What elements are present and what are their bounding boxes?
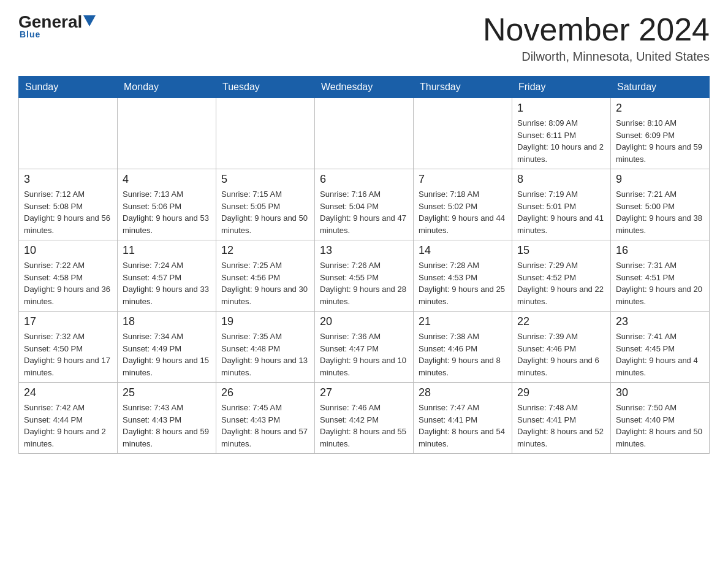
day-number: 19 bbox=[221, 315, 309, 328]
calendar-cell: 25Sunrise: 7:43 AM Sunset: 4:43 PM Dayli… bbox=[118, 383, 216, 454]
day-info: Sunrise: 7:25 AM Sunset: 4:56 PM Dayligh… bbox=[221, 259, 309, 307]
calendar-week-row: 17Sunrise: 7:32 AM Sunset: 4:50 PM Dayli… bbox=[19, 312, 710, 383]
day-number: 6 bbox=[320, 173, 408, 186]
day-info: Sunrise: 7:36 AM Sunset: 4:47 PM Dayligh… bbox=[320, 331, 408, 378]
day-info: Sunrise: 7:43 AM Sunset: 4:43 PM Dayligh… bbox=[123, 402, 211, 450]
day-of-week-header: Friday bbox=[512, 77, 611, 98]
day-of-week-header: Tuesday bbox=[216, 77, 315, 98]
day-info: Sunrise: 7:48 AM Sunset: 4:41 PM Dayligh… bbox=[517, 402, 605, 450]
day-number: 16 bbox=[616, 244, 704, 257]
day-number: 21 bbox=[419, 315, 507, 328]
day-info: Sunrise: 7:31 AM Sunset: 4:51 PM Dayligh… bbox=[616, 259, 704, 307]
calendar-week-row: 3Sunrise: 7:12 AM Sunset: 5:08 PM Daylig… bbox=[19, 169, 710, 240]
calendar-cell: 11Sunrise: 7:24 AM Sunset: 4:57 PM Dayli… bbox=[118, 240, 216, 312]
calendar-cell: 10Sunrise: 7:22 AM Sunset: 4:58 PM Dayli… bbox=[19, 240, 118, 312]
day-number: 28 bbox=[419, 386, 507, 399]
calendar-cell: 26Sunrise: 7:45 AM Sunset: 4:43 PM Dayli… bbox=[216, 383, 315, 454]
calendar-cell: 13Sunrise: 7:26 AM Sunset: 4:55 PM Dayli… bbox=[315, 240, 414, 312]
calendar-cell: 23Sunrise: 7:41 AM Sunset: 4:45 PM Dayli… bbox=[611, 312, 710, 383]
calendar-cell bbox=[118, 98, 216, 169]
day-number: 18 bbox=[123, 315, 211, 328]
day-number: 11 bbox=[123, 244, 211, 257]
day-number: 23 bbox=[616, 315, 704, 328]
title-area: November 2024 Dilworth, Minnesota, Unite… bbox=[483, 12, 710, 64]
day-number: 17 bbox=[24, 315, 112, 328]
day-number: 29 bbox=[517, 386, 605, 399]
day-info: Sunrise: 7:29 AM Sunset: 4:52 PM Dayligh… bbox=[517, 259, 605, 307]
day-info: Sunrise: 7:39 AM Sunset: 4:46 PM Dayligh… bbox=[517, 331, 605, 378]
day-info: Sunrise: 7:32 AM Sunset: 4:50 PM Dayligh… bbox=[24, 331, 112, 378]
calendar-cell: 2Sunrise: 8:10 AM Sunset: 6:09 PM Daylig… bbox=[611, 98, 710, 169]
day-info: Sunrise: 7:41 AM Sunset: 4:45 PM Dayligh… bbox=[616, 331, 704, 378]
logo-area: General Blue bbox=[18, 12, 96, 39]
day-number: 20 bbox=[320, 315, 408, 328]
calendar-cell: 27Sunrise: 7:46 AM Sunset: 4:42 PM Dayli… bbox=[315, 383, 414, 454]
day-number: 8 bbox=[517, 173, 605, 186]
calendar-cell: 12Sunrise: 7:25 AM Sunset: 4:56 PM Dayli… bbox=[216, 240, 315, 312]
calendar-cell: 1Sunrise: 8:09 AM Sunset: 6:11 PM Daylig… bbox=[512, 98, 611, 169]
calendar-cell: 20Sunrise: 7:36 AM Sunset: 4:47 PM Dayli… bbox=[315, 312, 414, 383]
day-of-week-header: Wednesday bbox=[315, 77, 414, 98]
day-number: 22 bbox=[517, 315, 605, 328]
day-info: Sunrise: 7:12 AM Sunset: 5:08 PM Dayligh… bbox=[24, 188, 112, 236]
calendar-week-row: 10Sunrise: 7:22 AM Sunset: 4:58 PM Dayli… bbox=[19, 240, 710, 312]
day-number: 13 bbox=[320, 244, 408, 257]
calendar-cell: 5Sunrise: 7:15 AM Sunset: 5:05 PM Daylig… bbox=[216, 169, 315, 240]
day-number: 25 bbox=[123, 386, 211, 399]
day-info: Sunrise: 8:10 AM Sunset: 6:09 PM Dayligh… bbox=[616, 117, 704, 165]
calendar-cell bbox=[315, 98, 414, 169]
calendar-cell: 4Sunrise: 7:13 AM Sunset: 5:06 PM Daylig… bbox=[118, 169, 216, 240]
day-info: Sunrise: 7:26 AM Sunset: 4:55 PM Dayligh… bbox=[320, 259, 408, 307]
calendar-cell: 29Sunrise: 7:48 AM Sunset: 4:41 PM Dayli… bbox=[512, 383, 611, 454]
calendar-cell: 7Sunrise: 7:18 AM Sunset: 5:02 PM Daylig… bbox=[414, 169, 512, 240]
location-title: Dilworth, Minnesota, United States bbox=[483, 50, 710, 64]
day-number: 27 bbox=[320, 386, 408, 399]
day-number: 24 bbox=[24, 386, 112, 399]
day-info: Sunrise: 7:45 AM Sunset: 4:43 PM Dayligh… bbox=[221, 402, 309, 450]
calendar-header-row: SundayMondayTuesdayWednesdayThursdayFrid… bbox=[19, 77, 710, 98]
day-info: Sunrise: 7:22 AM Sunset: 4:58 PM Dayligh… bbox=[24, 259, 112, 307]
calendar-cell bbox=[19, 98, 118, 169]
day-info: Sunrise: 7:21 AM Sunset: 5:00 PM Dayligh… bbox=[616, 188, 704, 236]
calendar-cell bbox=[216, 98, 315, 169]
day-number: 30 bbox=[616, 386, 704, 399]
day-number: 9 bbox=[616, 173, 704, 186]
day-info: Sunrise: 7:18 AM Sunset: 5:02 PM Dayligh… bbox=[419, 188, 507, 236]
day-info: Sunrise: 7:34 AM Sunset: 4:49 PM Dayligh… bbox=[123, 331, 211, 378]
day-info: Sunrise: 7:28 AM Sunset: 4:53 PM Dayligh… bbox=[419, 259, 507, 307]
day-number: 1 bbox=[517, 102, 605, 115]
day-info: Sunrise: 7:47 AM Sunset: 4:41 PM Dayligh… bbox=[419, 402, 507, 450]
day-info: Sunrise: 7:24 AM Sunset: 4:57 PM Dayligh… bbox=[123, 259, 211, 307]
calendar-cell: 16Sunrise: 7:31 AM Sunset: 4:51 PM Dayli… bbox=[611, 240, 710, 312]
calendar-week-row: 24Sunrise: 7:42 AM Sunset: 4:44 PM Dayli… bbox=[19, 383, 710, 454]
calendar-cell: 28Sunrise: 7:47 AM Sunset: 4:41 PM Dayli… bbox=[414, 383, 512, 454]
calendar-cell bbox=[414, 98, 512, 169]
calendar-cell: 8Sunrise: 7:19 AM Sunset: 5:01 PM Daylig… bbox=[512, 169, 611, 240]
day-number: 7 bbox=[419, 173, 507, 186]
day-number: 10 bbox=[24, 244, 112, 257]
day-info: Sunrise: 8:09 AM Sunset: 6:11 PM Dayligh… bbox=[517, 117, 605, 165]
day-info: Sunrise: 7:42 AM Sunset: 4:44 PM Dayligh… bbox=[24, 402, 112, 450]
calendar-cell: 3Sunrise: 7:12 AM Sunset: 5:08 PM Daylig… bbox=[19, 169, 118, 240]
day-info: Sunrise: 7:15 AM Sunset: 5:05 PM Dayligh… bbox=[221, 188, 309, 236]
day-info: Sunrise: 7:38 AM Sunset: 4:46 PM Dayligh… bbox=[419, 331, 507, 378]
calendar-cell: 15Sunrise: 7:29 AM Sunset: 4:52 PM Dayli… bbox=[512, 240, 611, 312]
calendar-week-row: 1Sunrise: 8:09 AM Sunset: 6:11 PM Daylig… bbox=[19, 98, 710, 169]
day-info: Sunrise: 7:19 AM Sunset: 5:01 PM Dayligh… bbox=[517, 188, 605, 236]
calendar-cell: 17Sunrise: 7:32 AM Sunset: 4:50 PM Dayli… bbox=[19, 312, 118, 383]
day-number: 5 bbox=[221, 173, 309, 186]
calendar-cell: 6Sunrise: 7:16 AM Sunset: 5:04 PM Daylig… bbox=[315, 169, 414, 240]
header: General Blue November 2024 Dilworth, Min… bbox=[18, 12, 710, 64]
day-of-week-header: Thursday bbox=[414, 77, 512, 98]
day-of-week-header: Saturday bbox=[611, 77, 710, 98]
calendar-cell: 14Sunrise: 7:28 AM Sunset: 4:53 PM Dayli… bbox=[414, 240, 512, 312]
logo-blue-text: Blue bbox=[20, 29, 40, 39]
day-of-week-header: Monday bbox=[118, 77, 216, 98]
day-of-week-header: Sunday bbox=[19, 77, 118, 98]
day-info: Sunrise: 7:35 AM Sunset: 4:48 PM Dayligh… bbox=[221, 331, 309, 378]
day-number: 26 bbox=[221, 386, 309, 399]
calendar-cell: 30Sunrise: 7:50 AM Sunset: 4:40 PM Dayli… bbox=[611, 383, 710, 454]
calendar-cell: 24Sunrise: 7:42 AM Sunset: 4:44 PM Dayli… bbox=[19, 383, 118, 454]
calendar-cell: 9Sunrise: 7:21 AM Sunset: 5:00 PM Daylig… bbox=[611, 169, 710, 240]
calendar-cell: 18Sunrise: 7:34 AM Sunset: 4:49 PM Dayli… bbox=[118, 312, 216, 383]
